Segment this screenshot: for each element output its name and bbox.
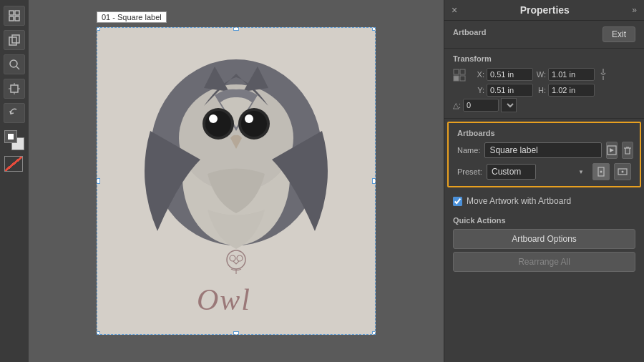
svg-rect-8 <box>11 85 18 92</box>
none-stroke[interactable] <box>4 156 24 172</box>
color-fg-inner <box>8 134 14 140</box>
artboard-tool[interactable] <box>4 79 25 99</box>
transform-icon <box>453 69 472 87</box>
x-field-row: X: <box>474 67 533 82</box>
handle-bl[interactable] <box>97 331 100 335</box>
artboard-label: 01 - Square label <box>97 11 167 23</box>
panel-close-btn[interactable]: × <box>452 4 457 16</box>
spacer <box>597 84 608 97</box>
svg-marker-33 <box>610 148 614 152</box>
svg-rect-3 <box>15 16 19 21</box>
transform-row-1: X: W: <box>474 67 635 82</box>
color-boxes[interactable] <box>4 130 24 150</box>
transform-grid: X: W: <box>453 67 635 97</box>
name-row: Name: <box>457 142 631 159</box>
layers-tool[interactable] <box>4 6 25 26</box>
x-input[interactable] <box>487 68 533 81</box>
svg-rect-4 <box>9 37 16 45</box>
delete-artboard-btn[interactable] <box>622 142 633 159</box>
svg-point-19 <box>209 114 218 123</box>
w-label: W: <box>536 70 546 79</box>
svg-point-21 <box>241 111 267 137</box>
y-field-row: Y: <box>474 84 533 97</box>
undo-tool[interactable] <box>4 103 25 123</box>
h-field-row: H: <box>536 84 595 97</box>
panel-header: × Properties » <box>444 0 644 21</box>
handle-br[interactable] <box>372 331 376 335</box>
color-fg <box>4 130 17 143</box>
angle-label: △: <box>453 101 461 110</box>
right-panel: × Properties » Artboard Exit Transform <box>444 0 644 362</box>
quick-actions: Quick Actions Artboard Options Rearrange… <box>444 212 644 279</box>
w-field-row: W: <box>536 67 595 82</box>
y-input[interactable] <box>487 84 533 97</box>
h-input[interactable] <box>548 84 595 97</box>
svg-point-38 <box>600 171 602 173</box>
transform-fields: X: W: <box>474 67 635 97</box>
copy-tool[interactable] <box>4 30 25 50</box>
svg-rect-0 <box>9 11 14 15</box>
svg-point-18 <box>205 111 231 137</box>
angle-input[interactable] <box>463 99 499 112</box>
canvas-area: 01 - Square label <box>29 0 444 362</box>
svg-line-7 <box>16 67 19 69</box>
preset-select[interactable]: Custom Letter A4 Web 1920 <box>487 164 536 180</box>
svg-point-22 <box>245 114 253 123</box>
w-input[interactable] <box>548 68 595 81</box>
svg-rect-28 <box>454 69 459 74</box>
svg-rect-1 <box>15 11 19 15</box>
y-label: Y: <box>474 86 484 94</box>
left-toolbar <box>0 0 29 362</box>
landscape-btn[interactable] <box>614 163 631 180</box>
link-icon[interactable] <box>597 67 609 82</box>
svg-rect-5 <box>12 35 19 43</box>
svg-point-40 <box>622 171 624 173</box>
angle-row: △: ▼ <box>453 98 635 112</box>
handle-bc[interactable] <box>233 331 239 335</box>
zoom-tool[interactable] <box>4 54 25 74</box>
move-artwork-checkbox[interactable] <box>453 197 462 206</box>
owl-illustration: Owl <box>97 28 375 334</box>
name-input[interactable] <box>484 142 602 158</box>
preset-select-wrapper: Custom Letter A4 Web 1920 <box>487 164 588 180</box>
svg-text:Owl: Owl <box>197 283 251 316</box>
preset-row: Preset: Custom Letter A4 Web 1920 <box>457 163 631 180</box>
artboard-header-row: Artboard Exit <box>453 26 635 42</box>
artboard-options-btn[interactable]: Artboard Options <box>453 229 635 249</box>
move-artwork-row: Move Artwork with Artboard <box>444 190 644 212</box>
artboard[interactable]: Owl <box>97 27 376 335</box>
handle-mr[interactable] <box>372 178 376 184</box>
slash-indicator <box>4 156 23 172</box>
artboard-section-label: Artboard <box>453 28 486 36</box>
svg-point-6 <box>10 60 17 67</box>
quick-actions-label: Quick Actions <box>453 216 635 225</box>
svg-rect-29 <box>460 69 465 74</box>
panel-collapse-btn[interactable]: » <box>632 5 637 15</box>
svg-rect-30 <box>454 76 459 81</box>
handle-tr[interactable] <box>372 27 376 31</box>
artboard-section: Artboard Exit <box>444 21 644 49</box>
handle-ml[interactable] <box>97 178 100 184</box>
move-artwork-label: Move Artwork with Artboard <box>467 196 571 206</box>
handle-tc[interactable] <box>233 27 239 31</box>
artboards-label: Artboards <box>457 129 631 137</box>
portrait-btn[interactable] <box>592 163 610 180</box>
transform-section: Transform X: W: <box>444 49 644 119</box>
artboards-section: Artboards Name: <box>447 122 641 187</box>
handle-tl[interactable] <box>97 27 100 31</box>
preset-label: Preset: <box>457 167 482 176</box>
exit-button[interactable]: Exit <box>602 26 635 42</box>
owl-svg: Owl <box>114 38 358 324</box>
transform-label: Transform <box>453 54 635 63</box>
svg-rect-2 <box>9 16 14 21</box>
h-label: H: <box>536 86 546 94</box>
x-label: X: <box>474 70 484 79</box>
panel-title: Properties <box>520 4 570 16</box>
svg-rect-31 <box>460 76 465 81</box>
rearrange-all-btn[interactable]: Rearrange All <box>453 252 635 272</box>
artboard-container: 01 - Square label <box>97 27 376 335</box>
transform-row-2: Y: H: <box>474 84 635 97</box>
angle-dropdown[interactable]: ▼ <box>501 98 517 112</box>
name-label: Name: <box>457 146 480 155</box>
navigate-artboard-btn[interactable] <box>606 142 618 159</box>
